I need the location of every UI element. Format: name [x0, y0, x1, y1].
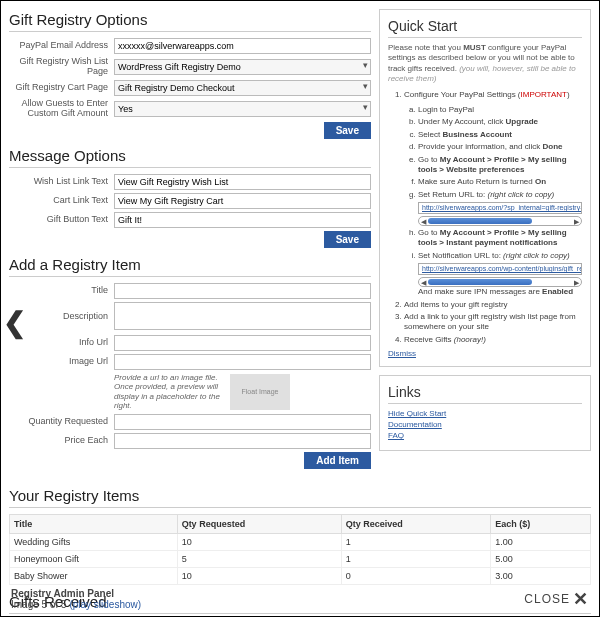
section-gift-options: Gift Registry Options — [9, 11, 371, 32]
col-qty-requested: Qty Requested — [177, 514, 341, 533]
lbl-image-url: Image Url — [9, 357, 114, 367]
lbl-item-title: Title — [9, 286, 114, 296]
play-slideshow-link[interactable]: (play slideshow) — [69, 599, 141, 610]
save-gift-options-button[interactable]: Save — [324, 122, 371, 139]
return-url-field[interactable]: http://silverwareapps.com/?sp_internal=g… — [418, 202, 582, 214]
info-url-input[interactable] — [114, 335, 371, 351]
wishlist-page-select[interactable]: WordPress Gift Registry Demo — [114, 59, 371, 75]
documentation-link[interactable]: Documentation — [388, 420, 582, 429]
lbl-allow-guests: Allow Guests to Enter Custom Gift Amount — [9, 99, 114, 119]
lbl-wishlist-page: Gift Registry Wish List Page — [9, 57, 114, 77]
section-add-item: Add a Registry Item — [9, 256, 371, 277]
col-title: Title — [10, 514, 178, 533]
col-qty-received: Qty Received — [341, 514, 491, 533]
image-preview-placeholder: Float Image — [230, 374, 290, 410]
notification-url-field[interactable]: http://silverwareapps.com/wp-content/plu… — [418, 263, 582, 275]
scroll-left-icon[interactable]: ◀ — [419, 217, 428, 226]
price-each-input[interactable] — [114, 433, 371, 449]
close-button[interactable]: CLOSE✕ — [524, 588, 589, 610]
paypal-email-input[interactable] — [114, 38, 371, 54]
section-message-options: Message Options — [9, 147, 371, 168]
image-url-input[interactable] — [114, 354, 371, 370]
footer-counter: Image 5 of 5 — [11, 599, 69, 610]
footer-title: Registry Admin Panel — [11, 588, 114, 599]
item-desc-input[interactable] — [114, 302, 371, 330]
notification-url-scrollbar[interactable]: ◀▶ — [418, 277, 582, 287]
dismiss-link[interactable]: Dismiss — [388, 349, 416, 358]
table-row: Honeymoon Gift515.00 — [10, 550, 591, 567]
return-url-scrollbar[interactable]: ◀▶ — [418, 216, 582, 226]
links-heading: Links — [388, 384, 582, 404]
image-url-note: Provide a url to an image file. Once pro… — [114, 373, 224, 411]
wishlist-link-text-input[interactable] — [114, 174, 371, 190]
lbl-cart-link-text: Cart Link Text — [9, 196, 114, 206]
qty-requested-input[interactable] — [114, 414, 371, 430]
col-each: Each ($) — [491, 514, 591, 533]
close-icon: ✕ — [573, 588, 589, 610]
table-row: Wedding Gifts1011.00 — [10, 533, 591, 550]
cart-link-text-input[interactable] — [114, 193, 371, 209]
gift-button-text-input[interactable] — [114, 212, 371, 228]
scroll-left-icon[interactable]: ◀ — [419, 278, 428, 287]
links-box: Links Hide Quick Start Documentation FAQ — [379, 375, 591, 451]
quick-start-heading: Quick Start — [388, 18, 582, 38]
faq-link[interactable]: FAQ — [388, 431, 582, 440]
cart-page-select[interactable]: Gift Registry Demo Checkout — [114, 80, 371, 96]
hide-quick-start-link[interactable]: Hide Quick Start — [388, 409, 582, 418]
section-your-items: Your Registry Items — [9, 487, 591, 508]
item-title-input[interactable] — [114, 283, 371, 299]
save-message-options-button[interactable]: Save — [324, 231, 371, 248]
scroll-right-icon[interactable]: ▶ — [572, 217, 581, 226]
lbl-paypal-email: PayPal Email Address — [9, 41, 114, 51]
quick-start-box: Quick Start Please note that you MUST co… — [379, 9, 591, 367]
lbl-gift-button-text: Gift Button Text — [9, 215, 114, 225]
lbl-qty-requested: Quantity Requested — [9, 417, 114, 427]
allow-guests-select[interactable]: Yes — [114, 101, 371, 117]
lbl-price-each: Price Each — [9, 436, 114, 446]
prev-image-chevron-icon[interactable]: ❮ — [3, 306, 26, 339]
quick-start-intro: Please note that you MUST configure your… — [388, 43, 582, 85]
scroll-right-icon[interactable]: ▶ — [572, 278, 581, 287]
registry-items-table: Title Qty Requested Qty Received Each ($… — [9, 514, 591, 585]
lbl-info-url: Info Url — [9, 338, 114, 348]
lbl-cart-page: Gift Registry Cart Page — [9, 83, 114, 93]
lbl-wishlist-link-text: Wish List Link Text — [9, 177, 114, 187]
add-item-button[interactable]: Add Item — [304, 452, 371, 469]
